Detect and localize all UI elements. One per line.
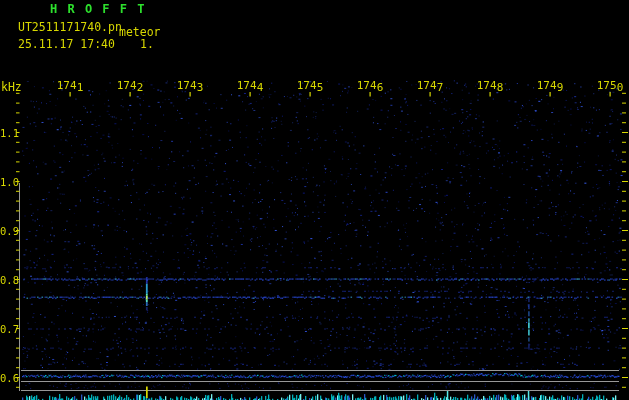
x-tick-label: 1747 bbox=[407, 79, 453, 92]
y-tick-label: 0.9 bbox=[0, 225, 19, 237]
x-tick-label: 1750 bbox=[587, 79, 629, 92]
y-tick-label: 1.1 bbox=[0, 127, 19, 139]
output-filename: UT2511171740.pn bbox=[18, 20, 122, 34]
x-tick-label: 1745 bbox=[287, 79, 333, 92]
x-tick-label: 1743 bbox=[167, 79, 213, 92]
x-tick-label: 1744 bbox=[227, 79, 273, 92]
y-axis-unit-label: kHz bbox=[1, 80, 22, 94]
x-tick-label: 1748 bbox=[467, 79, 513, 92]
spectrogram-canvas bbox=[0, 0, 629, 400]
x-tick-label: 1749 bbox=[527, 79, 573, 92]
x-tick-label: 1746 bbox=[347, 79, 393, 92]
app-title: H R O F F T bbox=[50, 2, 146, 16]
frame-datetime: 25.11.17 17:40 bbox=[18, 37, 115, 51]
x-tick-label: 1742 bbox=[107, 79, 153, 92]
y-tick-label: 0.6 bbox=[0, 372, 19, 384]
frame-counter: 1. bbox=[140, 37, 154, 51]
y-tick-label: 0.7 bbox=[0, 323, 19, 335]
y-tick-label: 1.0 bbox=[0, 176, 19, 188]
x-tick-label: 1741 bbox=[47, 79, 93, 92]
y-tick-label: 0.8 bbox=[0, 274, 19, 286]
hrofft-window: H R O F F T UT2511171740.pn meteor 25.11… bbox=[0, 0, 629, 400]
